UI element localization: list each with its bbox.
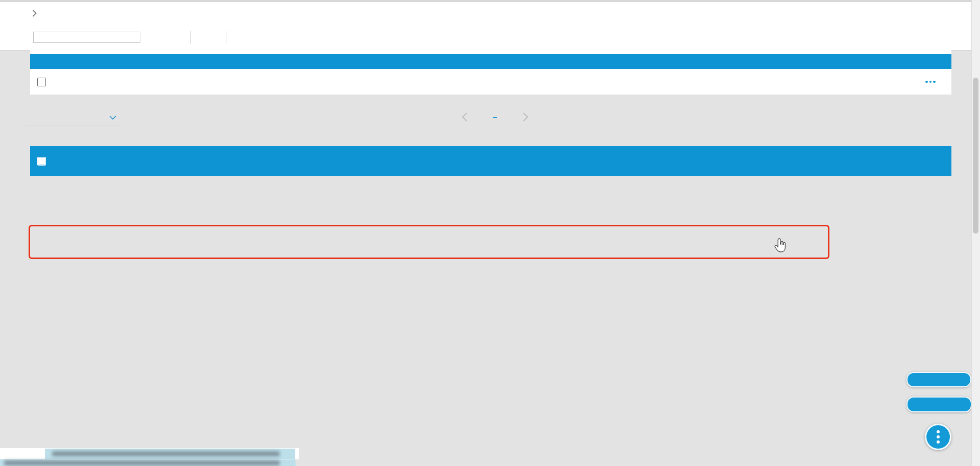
filter-divider xyxy=(227,31,227,44)
browser-status-tooltip xyxy=(0,448,299,466)
scrollbar[interactable] xyxy=(971,0,980,466)
new-group-button[interactable] xyxy=(906,372,971,387)
group-row[interactable] xyxy=(30,69,951,95)
systems-table xyxy=(30,146,951,466)
pagination xyxy=(462,108,528,126)
status-url-highlight xyxy=(45,449,295,459)
app-root xyxy=(0,0,980,466)
status-url-highlight-line2 xyxy=(0,459,296,466)
search-input[interactable] xyxy=(33,32,140,43)
systems-table-header xyxy=(30,146,951,176)
status-url xyxy=(0,448,299,459)
redacted-text xyxy=(4,460,280,465)
groups-table xyxy=(30,50,951,95)
row-actions-button[interactable] xyxy=(925,81,936,83)
group-connectivity-status xyxy=(543,69,561,95)
entries-per-page-dropdown[interactable] xyxy=(26,108,122,126)
group-actions xyxy=(925,69,936,95)
select-all-checkbox[interactable] xyxy=(37,157,46,166)
scrollbar-thumb[interactable] xyxy=(973,78,978,234)
prev-page-button[interactable] xyxy=(462,112,468,122)
chevron-down-icon xyxy=(109,115,116,120)
breadcrumb xyxy=(25,2,44,25)
current-page[interactable] xyxy=(493,116,497,118)
groups-table-header xyxy=(30,54,951,69)
add-technician-button[interactable] xyxy=(906,397,972,412)
group-health-status xyxy=(629,69,647,95)
top-bar xyxy=(0,2,980,25)
mouse-cursor xyxy=(774,238,787,253)
filter-divider xyxy=(190,31,191,44)
breadcrumb-chevron-icon xyxy=(32,10,37,17)
next-page-button[interactable] xyxy=(523,112,528,122)
group-row-checkbox[interactable] xyxy=(37,78,46,86)
filter-bar xyxy=(0,25,980,51)
more-actions-fab[interactable] xyxy=(925,424,951,450)
group-services-status xyxy=(715,69,733,95)
redacted-text xyxy=(52,451,280,456)
group-updates-status xyxy=(797,69,816,95)
